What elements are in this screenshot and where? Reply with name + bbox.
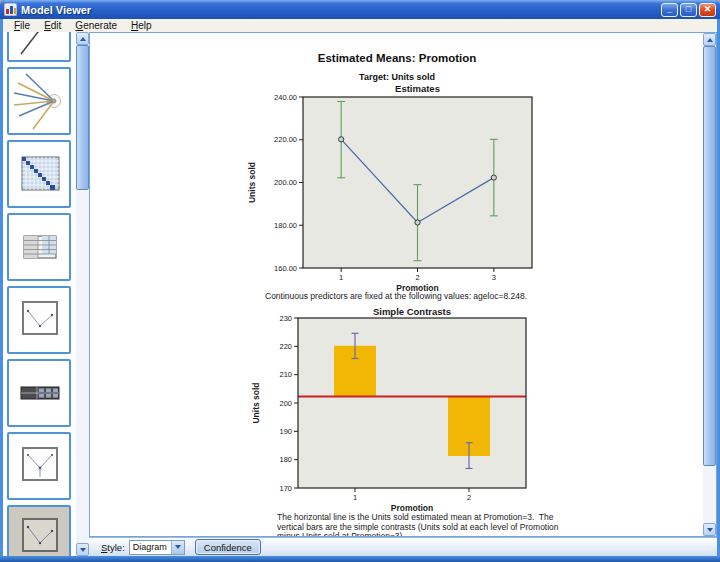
coefficients-table-icon	[9, 215, 69, 279]
target-label: Target: Units sold	[90, 72, 704, 82]
correlation-matrix-icon	[9, 142, 69, 206]
window-body: Estimated Means: Promotion Target: Units…	[3, 32, 717, 556]
svg-text:1: 1	[353, 493, 357, 502]
svg-text:180.00: 180.00	[274, 221, 297, 230]
window-title: Model Viewer	[21, 4, 661, 16]
estimated-means-line-icon	[9, 288, 69, 352]
svg-text:2: 2	[467, 493, 471, 502]
sidebar-thumbnail-estimated-means-current[interactable]	[7, 505, 71, 556]
sidebar-thumbnail-correlation-matrix[interactable]	[7, 140, 71, 208]
svg-text:Units sold: Units sold	[247, 162, 257, 203]
maximize-button[interactable]: □	[680, 3, 697, 17]
model-view-content: Estimated Means: Promotion Target: Units…	[90, 33, 704, 536]
scroll-up-icon	[707, 38, 713, 42]
svg-text:190: 190	[279, 427, 292, 436]
svg-text:1: 1	[339, 273, 343, 282]
effects-fan-icon	[9, 69, 69, 133]
sidebar-thumbnail-estimated-means-line[interactable]	[7, 286, 71, 354]
sidebar-scrollbar-thumb[interactable]	[76, 45, 89, 190]
svg-text:180: 180	[279, 455, 292, 464]
simple-contrasts-chart: 23022021020019018017012Simple ContrastsP…	[226, 306, 546, 514]
menubar: FileEditGenerateHelp	[3, 19, 717, 32]
svg-text:3: 3	[492, 273, 496, 282]
caption-line: minus Units sold at Promotion=3).	[277, 532, 559, 537]
model-viewer-window: Model Viewer _ □ ✕ FileEditGenerateHelp	[0, 0, 720, 562]
chevron-down-icon[interactable]	[171, 541, 184, 554]
menu-item-edit[interactable]: Edit	[37, 20, 68, 31]
svg-text:220: 220	[279, 342, 292, 351]
sidebar-thumbnail-coefficients-table[interactable]	[7, 213, 71, 281]
sidebar-scroll-up-button[interactable]	[76, 32, 89, 45]
confidence-button[interactable]: Confidence	[195, 539, 261, 555]
contrasts-caption: The horizontal line is the Units sold es…	[277, 513, 559, 537]
menu-item-file[interactable]: File	[7, 20, 37, 31]
sidebar-thumbnail-summary-table[interactable]	[7, 359, 71, 427]
svg-text:2: 2	[415, 273, 419, 282]
menu-item-generate[interactable]: Generate	[68, 20, 124, 31]
scroll-up-icon	[80, 37, 86, 41]
main-scroll-up-button[interactable]	[703, 33, 716, 46]
close-button[interactable]: ✕	[699, 3, 716, 17]
thumbnail-sidebar	[3, 32, 76, 556]
svg-text:160.00: 160.00	[274, 264, 297, 273]
page-title: Estimated Means: Promotion	[90, 52, 704, 64]
svg-text:240.00: 240.00	[274, 93, 297, 102]
regression-line-icon	[9, 32, 69, 60]
sidebar-thumbnail-regression-line[interactable]	[7, 32, 71, 62]
summary-table-icon	[9, 361, 69, 425]
model-view-panel: Estimated Means: Promotion Target: Units…	[89, 32, 717, 537]
main-scrollbar	[703, 33, 716, 536]
svg-text:Estimates: Estimates	[395, 83, 440, 94]
svg-text:230: 230	[279, 314, 292, 323]
svg-text:200.00: 200.00	[274, 178, 297, 187]
sidebar-scroll-down-button[interactable]	[76, 543, 89, 556]
sidebar-thumbnail-contrasts-chart[interactable]	[7, 432, 71, 500]
titlebar: Model Viewer _ □ ✕	[0, 0, 720, 19]
scroll-down-icon	[707, 528, 713, 532]
svg-text:220.00: 220.00	[274, 135, 297, 144]
view-toolbar: Style: Diagram Confidence	[89, 537, 717, 556]
sidebar-scrollbar	[76, 32, 89, 556]
predictors-footnote: Continuous predictors are fixed at the f…	[265, 291, 527, 301]
menu-item-help[interactable]: Help	[124, 20, 159, 31]
sidebar-thumbnail-effects-fan[interactable]	[7, 67, 71, 135]
estimated-means-selected-icon	[9, 507, 69, 556]
contrasts-chart-icon	[9, 434, 69, 498]
scroll-down-icon	[80, 548, 86, 552]
minimize-button[interactable]: _	[661, 3, 678, 17]
estimates-chart: 240.00220.00200.00180.00160.00123Estimat…	[236, 83, 556, 295]
svg-text:Units sold: Units sold	[251, 382, 261, 423]
svg-text:200: 200	[279, 399, 292, 408]
svg-text:Simple Contrasts: Simple Contrasts	[373, 306, 451, 317]
style-dropdown[interactable]: Diagram	[129, 540, 185, 555]
window-bottom-frame	[0, 556, 720, 562]
svg-text:210: 210	[279, 370, 292, 379]
main-scroll-down-button[interactable]	[703, 523, 716, 536]
svg-text:170: 170	[279, 484, 292, 493]
style-dropdown-value: Diagram	[130, 542, 171, 552]
app-icon	[4, 3, 17, 16]
main-scrollbar-thumb[interactable]	[703, 46, 716, 466]
style-label: Style:	[101, 542, 125, 553]
